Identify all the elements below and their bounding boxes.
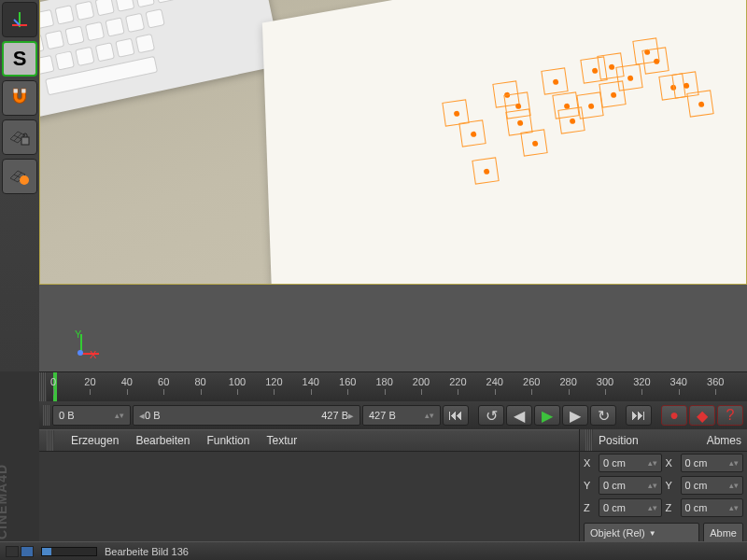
timeline-tick: 200 <box>413 376 430 387</box>
render-status-icons <box>6 546 34 557</box>
start-frame-field[interactable]: 0 B▴▾ <box>52 405 131 426</box>
timeline-tick: 180 <box>375 376 392 387</box>
size-mode-button[interactable]: Abme <box>703 523 743 543</box>
record-button[interactable]: ● <box>661 405 687 426</box>
status-text: Bearbeite Bild 136 <box>105 546 189 557</box>
grip-icon[interactable] <box>39 372 47 401</box>
scene-paper <box>262 0 747 285</box>
coordinates-panel: Position Abmes X0 cm▴▾X0 cm▴▾Y0 cm▴▾Y0 c… <box>579 429 747 560</box>
timeline-tick: 160 <box>339 376 356 387</box>
autokey-button[interactable]: ? <box>717 405 743 426</box>
svg-rect-5 <box>21 137 29 145</box>
coord-mode-dropdown[interactable]: Objekt (Rel)▼ <box>584 523 699 543</box>
magnet-tool-button[interactable] <box>2 80 37 116</box>
size-z-field[interactable]: 0 cm▴▾ <box>681 498 744 517</box>
grip-icon[interactable] <box>585 429 593 451</box>
render-area <box>39 0 747 285</box>
keyframe-button[interactable]: ◆ <box>689 405 715 426</box>
timeline-tick: 120 <box>265 376 282 387</box>
timeline-tick: 300 <box>597 376 613 387</box>
timeline-tick: 320 <box>633 376 650 387</box>
left-toolbar: S <box>0 0 39 371</box>
timeline-tick: 40 <box>121 376 133 387</box>
timeline-tick: 0 <box>50 376 56 387</box>
viewport[interactable]: Y X <box>39 0 747 371</box>
svg-rect-4 <box>21 89 25 92</box>
position-x-field[interactable]: 0 cm▴▾ <box>599 454 662 472</box>
size-y-field[interactable]: 0 cm▴▾ <box>681 476 744 495</box>
menu-textur[interactable]: Textur <box>266 434 297 447</box>
step-forward-button[interactable]: ▶ <box>562 405 588 426</box>
grid-orange-button[interactable] <box>2 159 37 194</box>
timeline-tick: 360 <box>707 376 724 387</box>
axis-label: Z <box>666 502 677 513</box>
goto-end-button[interactable]: ⏭ <box>626 405 652 426</box>
axis-x-label: X <box>90 349 96 360</box>
position-y-field[interactable]: 0 cm▴▾ <box>599 476 662 495</box>
timeline-tick: 100 <box>229 376 246 387</box>
timeline-tick: 140 <box>303 376 319 387</box>
status-bar: Bearbeite Bild 136 <box>0 541 747 560</box>
position-z-field[interactable]: 0 cm▴▾ <box>599 498 662 517</box>
timeline-tick: 340 <box>670 376 687 387</box>
axis-label: X <box>584 457 595 469</box>
scene-keyboard <box>39 0 282 119</box>
axis-label: Z <box>584 502 595 513</box>
grip-icon[interactable] <box>43 405 50 426</box>
timeline-tick: 80 <box>194 376 205 387</box>
range-slider[interactable]: ◂0 B427 B▸ <box>133 405 360 426</box>
axis-label: Y <box>666 480 677 491</box>
menu-funktion[interactable]: Funktion <box>206 434 249 447</box>
size-header: Abmes <box>707 434 741 447</box>
timeline-tick: 60 <box>158 376 169 387</box>
grid-lock-button[interactable] <box>2 119 37 155</box>
grip-icon[interactable] <box>47 430 54 451</box>
s-tool-button[interactable]: S <box>2 41 37 77</box>
timeline-tick: 240 <box>486 376 503 387</box>
timeline-tick: 280 <box>559 376 576 387</box>
material-area[interactable] <box>39 452 579 541</box>
brand-label: MAXON CINEMA4D <box>0 464 9 539</box>
transport-bar: 0 B▴▾ ◂0 B427 B▸ 427 B▴▾ ⏮ ↺ ◀ ▶ ▶ ↻ ⏭ ●… <box>39 401 747 429</box>
axis-tool-button[interactable] <box>2 2 37 37</box>
position-header: Position <box>599 434 639 447</box>
timeline-ruler[interactable]: 0204060801001201401601802002202402602803… <box>39 371 747 401</box>
size-x-field[interactable]: 0 cm▴▾ <box>681 454 744 472</box>
loop-forward-button[interactable]: ↻ <box>590 405 616 426</box>
end-frame-field[interactable]: 427 B▴▾ <box>362 405 441 426</box>
timeline-tick: 260 <box>523 376 540 387</box>
play-button[interactable]: ▶ <box>534 405 560 426</box>
svg-rect-3 <box>14 89 18 92</box>
svg-point-6 <box>20 175 29 185</box>
timeline-tick: 20 <box>84 376 95 387</box>
step-back-button[interactable]: ◀ <box>506 405 532 426</box>
axis-label: X <box>666 457 677 469</box>
loop-back-button[interactable]: ↺ <box>478 405 504 426</box>
timeline-tick: 220 <box>449 376 466 387</box>
axis-y-label: Y <box>75 329 81 340</box>
axis-label: Y <box>584 480 595 491</box>
progress-bar <box>41 547 97 556</box>
menu-bearbeiten[interactable]: Bearbeiten <box>135 434 190 447</box>
menu-erzeugen[interactable]: Erzeugen <box>71 434 119 447</box>
goto-start-button[interactable]: ⏮ <box>443 405 469 426</box>
